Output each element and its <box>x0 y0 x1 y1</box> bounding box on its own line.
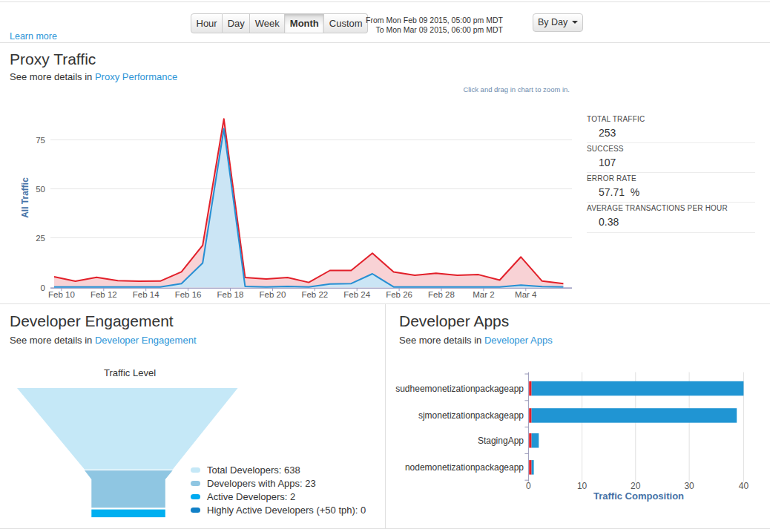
svg-text:50: 50 <box>36 185 45 194</box>
svg-text:20: 20 <box>631 481 641 491</box>
svg-text:40: 40 <box>739 481 749 491</box>
svg-text:Mar 2: Mar 2 <box>473 290 494 299</box>
svg-text:Feb 22: Feb 22 <box>301 290 328 299</box>
svg-text:sjmonetizationpackageapp: sjmonetizationpackageapp <box>418 410 524 421</box>
svg-text:Mar 4: Mar 4 <box>515 290 537 299</box>
svg-text:0: 0 <box>526 481 531 491</box>
svg-text:StagingApp: StagingApp <box>478 436 524 446</box>
svg-text:30: 30 <box>684 481 694 491</box>
svg-text:Feb 10: Feb 10 <box>48 290 75 299</box>
svg-text:Feb 16: Feb 16 <box>175 290 202 299</box>
svg-text:sudheemonetizationpackageapp: sudheemonetizationpackageapp <box>395 384 524 394</box>
svg-text:10: 10 <box>577 481 588 491</box>
svg-text:0: 0 <box>41 283 45 292</box>
svg-text:Feb 24: Feb 24 <box>343 290 370 299</box>
svg-text:Feb 26: Feb 26 <box>386 290 412 299</box>
svg-text:All Traffic: All Traffic <box>20 177 30 218</box>
svg-text:Feb 28: Feb 28 <box>428 290 455 299</box>
svg-text:Feb 18: Feb 18 <box>217 290 244 299</box>
svg-text:Feb 20: Feb 20 <box>259 290 286 299</box>
svg-text:25: 25 <box>36 234 45 243</box>
svg-text:Feb 12: Feb 12 <box>91 290 117 299</box>
svg-text:75: 75 <box>36 136 45 145</box>
svg-text:nodemonetizationpackageapp: nodemonetizationpackageapp <box>405 462 524 473</box>
svg-text:Feb 14: Feb 14 <box>133 290 159 299</box>
svg-text:Traffic Composition: Traffic Composition <box>593 490 684 502</box>
